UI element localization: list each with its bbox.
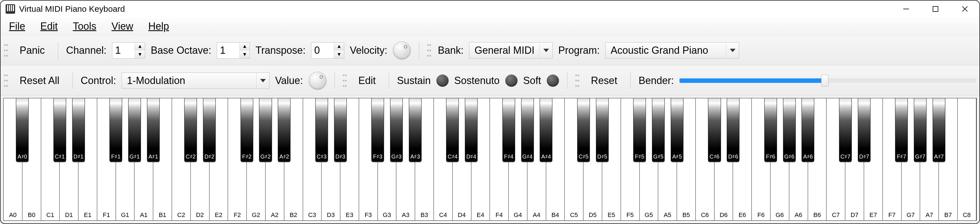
soft-led-button[interactable] — [547, 75, 559, 87]
black-key-Csharp1[interactable]: C♯1 — [54, 98, 66, 162]
black-key-Dsharp6[interactable]: D♯6 — [727, 98, 740, 162]
panic-button[interactable]: Panic — [14, 42, 50, 59]
value-label: Value: — [275, 75, 303, 87]
control-combobox[interactable]: 1-Modulation — [122, 73, 269, 89]
chevron-down-icon — [256, 73, 269, 89]
close-button[interactable] — [950, 0, 980, 17]
black-key-Asharp6[interactable]: A♯6 — [802, 98, 814, 162]
black-key-Csharp3[interactable]: C♯3 — [315, 98, 328, 162]
velocity-dial[interactable] — [393, 41, 411, 59]
bender-slider-thumb[interactable] — [821, 75, 829, 87]
base-octave-step-down[interactable]: ▼ — [240, 51, 250, 58]
menu-file[interactable]: File — [6, 19, 28, 33]
channel-input[interactable] — [112, 43, 135, 58]
black-key-Gsharp5[interactable]: G♯5 — [652, 98, 665, 162]
black-key-Csharp5[interactable]: C♯5 — [577, 98, 590, 162]
black-key-label: D♯5 — [597, 153, 607, 160]
black-key-Asharp7[interactable]: A♯7 — [933, 98, 945, 162]
base-octave-input[interactable] — [217, 43, 239, 58]
black-key-label: C♯2 — [186, 153, 196, 160]
channel-step-up[interactable]: ▲ — [135, 43, 145, 51]
black-key-Dsharp1[interactable]: D♯1 — [72, 98, 85, 162]
black-key-Dsharp4[interactable]: D♯4 — [465, 98, 477, 162]
black-key-label: D♯3 — [335, 153, 345, 160]
menu-help[interactable]: Help — [146, 19, 172, 33]
chevron-down-icon — [726, 43, 739, 58]
black-key-Dsharp3[interactable]: D♯3 — [334, 98, 347, 162]
bank-value: General MIDI — [469, 44, 539, 56]
black-key-Gsharp6[interactable]: G♯6 — [783, 98, 796, 162]
transpose-step-up[interactable]: ▲ — [334, 43, 344, 51]
base-octave-step-up[interactable]: ▲ — [240, 43, 250, 51]
program-combobox[interactable]: Acoustic Grand Piano — [605, 42, 739, 59]
black-key-label: A♯5 — [672, 153, 682, 160]
black-key-Gsharp2[interactable]: G♯2 — [259, 98, 272, 162]
sostenuto-led-button[interactable] — [505, 75, 518, 87]
menu-bar: File Edit Tools View Help — [0, 17, 980, 35]
toolbar-grip-icon[interactable] — [427, 44, 431, 57]
bank-combobox[interactable]: General MIDI — [469, 42, 553, 59]
black-key-Gsharp7[interactable]: G♯7 — [914, 98, 926, 162]
black-key-Csharp4[interactable]: C♯4 — [446, 98, 459, 162]
black-key-Fsharp7[interactable]: F♯7 — [895, 98, 908, 162]
menu-tools[interactable]: Tools — [70, 19, 99, 33]
channel-step-down[interactable]: ▼ — [135, 51, 145, 58]
black-key-Asharp4[interactable]: A♯4 — [540, 98, 552, 162]
toolbar-grip-icon[interactable] — [4, 74, 8, 87]
black-key-label: A♯1 — [148, 153, 158, 160]
black-key-Gsharp1[interactable]: G♯1 — [128, 98, 141, 162]
black-key-Fsharp6[interactable]: F♯6 — [764, 98, 777, 162]
black-key-Asharp2[interactable]: A♯2 — [278, 98, 290, 162]
black-key-Dsharp2[interactable]: D♯2 — [203, 98, 216, 162]
black-key-label: F♯5 — [635, 153, 644, 160]
black-key-Gsharp3[interactable]: G♯3 — [390, 98, 403, 162]
edit-button[interactable]: Edit — [353, 73, 381, 89]
minimize-button[interactable] — [891, 0, 921, 17]
bender-slider[interactable] — [679, 78, 976, 83]
svg-marker-9 — [543, 49, 549, 52]
velocity-label: Velocity: — [350, 44, 387, 56]
svg-rect-4 — [13, 5, 14, 11]
transpose-input[interactable] — [312, 43, 334, 58]
black-key-Asharp0[interactable]: A♯0 — [16, 98, 29, 162]
toolbar-grip-icon[interactable] — [575, 74, 579, 87]
chevron-down-icon — [539, 43, 552, 58]
white-key-C8[interactable]: C8 — [958, 98, 976, 220]
base-octave-spinbox[interactable]: ▲ ▼ — [217, 42, 250, 59]
black-key-Csharp2[interactable]: C♯2 — [184, 98, 197, 162]
toolbar-grip-icon[interactable] — [4, 44, 8, 57]
app-icon — [6, 4, 15, 14]
title-bar[interactable]: Virtual MIDI Piano Keyboard — [0, 0, 980, 17]
menu-edit[interactable]: Edit — [38, 19, 60, 33]
black-key-Asharp1[interactable]: A♯1 — [147, 98, 160, 162]
black-key-Csharp6[interactable]: C♯6 — [708, 98, 721, 162]
black-key-Asharp5[interactable]: A♯5 — [671, 98, 683, 162]
black-key-Csharp7[interactable]: C♯7 — [839, 98, 852, 162]
black-key-label: A♯0 — [18, 153, 27, 160]
black-key-label: G♯2 — [261, 153, 271, 160]
transpose-step-down[interactable]: ▼ — [334, 51, 344, 58]
toolbar-grip-icon[interactable] — [343, 74, 347, 87]
reset-button[interactable]: Reset — [586, 73, 622, 89]
menu-view[interactable]: View — [109, 19, 136, 33]
value-dial[interactable] — [309, 71, 326, 90]
black-key-Asharp3[interactable]: A♯3 — [409, 98, 422, 162]
transpose-spinbox[interactable]: ▲ ▼ — [311, 42, 344, 59]
program-label: Program: — [558, 44, 600, 56]
black-key-Fsharp4[interactable]: F♯4 — [503, 98, 515, 162]
black-key-Fsharp1[interactable]: F♯1 — [110, 98, 122, 162]
reset-all-button[interactable]: Reset All — [14, 73, 64, 89]
channel-spinbox[interactable]: ▲ ▼ — [112, 42, 145, 59]
black-key-Gsharp4[interactable]: G♯4 — [521, 98, 534, 162]
black-key-Fsharp2[interactable]: F♯2 — [240, 98, 253, 162]
window-title: Virtual MIDI Piano Keyboard — [19, 4, 125, 14]
black-key-Dsharp5[interactable]: D♯5 — [596, 98, 609, 162]
black-key-Fsharp5[interactable]: F♯5 — [633, 98, 646, 162]
black-key-label: G♯1 — [129, 153, 140, 160]
black-key-label: G♯5 — [653, 153, 663, 160]
sustain-led-button[interactable] — [436, 75, 449, 87]
bender-slider-fill — [679, 78, 825, 83]
black-key-Dsharp7[interactable]: D♯7 — [858, 98, 870, 162]
black-key-Fsharp3[interactable]: F♯3 — [371, 98, 384, 162]
maximize-button[interactable] — [921, 0, 950, 17]
